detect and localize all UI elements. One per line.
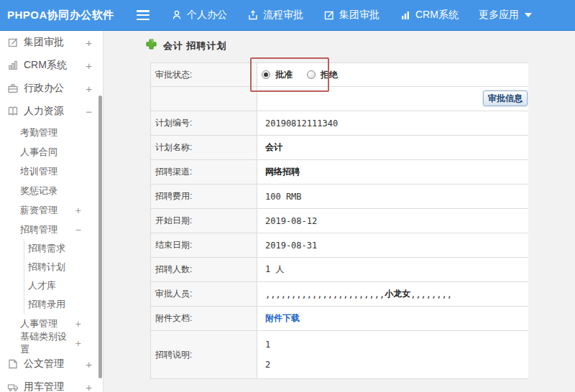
nav-group-approval[interactable]: 集团审批 (323, 9, 380, 22)
field-value: 20190812111340 (257, 111, 528, 135)
sidebar-item-hr-contract[interactable]: 人事合同 (0, 142, 103, 162)
nav-crm-system[interactable]: CRM系统 (400, 9, 459, 22)
collapse-minus-icon[interactable]: − (75, 224, 81, 235)
field-label: 审批人员: (151, 282, 257, 306)
radio-approve-label[interactable]: 批准 (275, 69, 293, 81)
note-line: 2 (265, 360, 270, 370)
field-label: 审批状态: (151, 63, 257, 86)
table-row-plan-number: 计划编号: 20190812111340 (151, 111, 528, 136)
sidebar-item-label: 人才库 (28, 279, 56, 292)
page-title: 会计 招聘计划 (163, 39, 227, 52)
nav-label: 个人办公 (187, 9, 227, 22)
nav-label: CRM系统 (415, 9, 459, 22)
sidebar-item-vehicle[interactable]: 用车管理 + (0, 375, 103, 392)
sidebar-item-label: 用车管理 (24, 381, 64, 392)
sidebar-item-training[interactable]: 培训管理 (0, 162, 103, 181)
field-label: 开始日期: (151, 209, 257, 233)
radio-reject[interactable] (307, 70, 316, 79)
sidebar-item-label: 公文管理 (24, 358, 64, 370)
field-value: 批准 拒绝 (257, 63, 528, 86)
sidebar-item-crm[interactable]: CRM系统 + (0, 54, 103, 77)
expand-plus-icon[interactable]: + (86, 381, 92, 392)
page-title-row: 会计 招聘计划 (146, 39, 227, 52)
radio-approve[interactable] (262, 70, 270, 79)
sidebar-item-recruit-demand[interactable]: 招聘需求 (24, 239, 103, 258)
sidebar-item-recruitment[interactable]: 招聘管理 − (0, 220, 103, 239)
field-value: 2019-08-31 (257, 233, 528, 257)
collapse-minus-icon[interactable]: − (86, 106, 92, 118)
expand-plus-icon[interactable]: + (75, 205, 81, 216)
field-label: 招聘费用: (151, 185, 257, 208)
field-value: 会计 (257, 136, 528, 159)
sidebar-item-admin-office[interactable]: 行政办公 + (0, 77, 103, 100)
table-row-attachment: 附件文档: 附件下载 (151, 307, 528, 331)
main-content: 会计 招聘计划 审批状态: 批准 拒绝 计划编号: (104, 31, 575, 392)
sidebar-item-label: CRM系统 (24, 59, 67, 72)
attachment-download-link[interactable]: 附件下载 (265, 312, 300, 325)
sidebar-item-talent-pool[interactable]: 人才库 (24, 276, 103, 295)
sidebar-item-label: 培训管理 (20, 165, 58, 178)
approve-info-button[interactable]: 审批信息 (483, 90, 528, 106)
briefcase-icon (7, 83, 19, 94)
sidebar-item-label: 招聘录用 (28, 298, 65, 311)
sidebar-item-rewards-records[interactable]: 奖惩记录 (0, 181, 103, 200)
expand-plus-icon[interactable]: + (86, 37, 92, 49)
table-row-plan-name: 计划名称: 会计 (151, 136, 528, 160)
expand-plus-icon[interactable]: + (75, 337, 81, 349)
approver-name: 小龙女 (385, 288, 410, 300)
table-row-status: 审批状态: 批准 拒绝 (151, 63, 528, 87)
field-label: 计划编号: (151, 111, 257, 135)
detail-form-table: 审批状态: 批准 拒绝 计划编号: 20190812111340 (150, 62, 528, 379)
table-row-action (151, 87, 528, 111)
sidebar-item-recruit-plan[interactable]: 招聘计划 (24, 258, 103, 276)
table-row-end-date: 结束日期: 2019-08-31 (151, 233, 528, 258)
field-label: 附件文档: (151, 307, 257, 330)
radio-reject-label[interactable]: 拒绝 (321, 69, 338, 81)
nav-personal-office[interactable]: 个人办公 (171, 9, 227, 22)
field-label-empty (151, 87, 257, 111)
nav-label: 流程审批 (263, 9, 303, 22)
recruitment-submenu: 招聘需求 招聘计划 人才库 招聘录用 (24, 239, 103, 314)
person-icon (171, 9, 183, 21)
nav-label: 集团审批 (339, 9, 380, 22)
app-logo[interactable]: PHPOA协同办公软件 (0, 9, 137, 22)
expand-plus-icon[interactable]: + (86, 358, 92, 370)
expand-plus-icon[interactable]: + (86, 83, 92, 95)
field-value: ,,,,,,,,,,,,,,,,,,,,,,, 小龙女 ,,,,,,,, (257, 282, 528, 306)
sidebar-item-salary[interactable]: 薪资管理 + (0, 200, 103, 220)
truck-icon (7, 381, 19, 392)
approvers-suffix: ,,,,,,,, (410, 289, 452, 299)
book-icon (7, 106, 19, 117)
field-value: 2019-08-12 (257, 209, 528, 233)
field-label: 招聘说明: (151, 331, 257, 378)
sidebar-item-group-approval[interactable]: 集团审批 + (0, 31, 103, 54)
sidebar-item-label: 行政办公 (24, 82, 64, 95)
top-nav: 个人办公 流程审批 集团审批 (171, 9, 532, 22)
bar-chart-icon (400, 9, 411, 21)
sidebar-item-base-category[interactable]: 基础类别设置 + (0, 333, 103, 353)
top-header: PHPOA协同办公软件 个人办公 流程审批 (0, 0, 575, 31)
document-icon (7, 358, 19, 370)
nav-workflow-approval[interactable]: 流程审批 (247, 9, 303, 22)
sidebar-item-label: 奖惩记录 (20, 185, 58, 197)
menu-toggle-icon[interactable] (137, 10, 150, 20)
sidebar-item-label: 薪资管理 (20, 204, 58, 217)
sidebar: 集团审批 + CRM系统 + 行政办公 + (0, 31, 104, 392)
sidebar-item-label: 人事管理 (20, 317, 58, 330)
expand-plus-icon[interactable]: + (86, 60, 92, 72)
bar-chart-icon (7, 60, 19, 71)
sidebar-item-human-resources[interactable]: 人力资源 − (0, 100, 103, 123)
table-row-note: 招聘说明: 1 2 (151, 331, 528, 379)
field-value: 100 RMB (257, 185, 528, 208)
sidebar-item-attendance[interactable]: 考勤管理 (0, 123, 103, 142)
flow-export-icon (247, 9, 259, 21)
green-plus-icon (146, 39, 157, 52)
sidebar-item-official-docs[interactable]: 公文管理 + (0, 353, 103, 375)
field-value: 1 人 (257, 258, 528, 281)
nav-more-apps[interactable]: 更多应用 (479, 9, 532, 22)
table-row-approvers: 审批人员: ,,,,,,,,,,,,,,,,,,,,,,, 小龙女 ,,,,,,… (151, 282, 528, 307)
sidebar-item-recruit-hire[interactable]: 招聘录用 (24, 295, 103, 314)
sidebar-scrollbar[interactable] (98, 95, 102, 378)
expand-plus-icon[interactable]: + (75, 318, 81, 330)
caret-down-icon (525, 13, 532, 17)
